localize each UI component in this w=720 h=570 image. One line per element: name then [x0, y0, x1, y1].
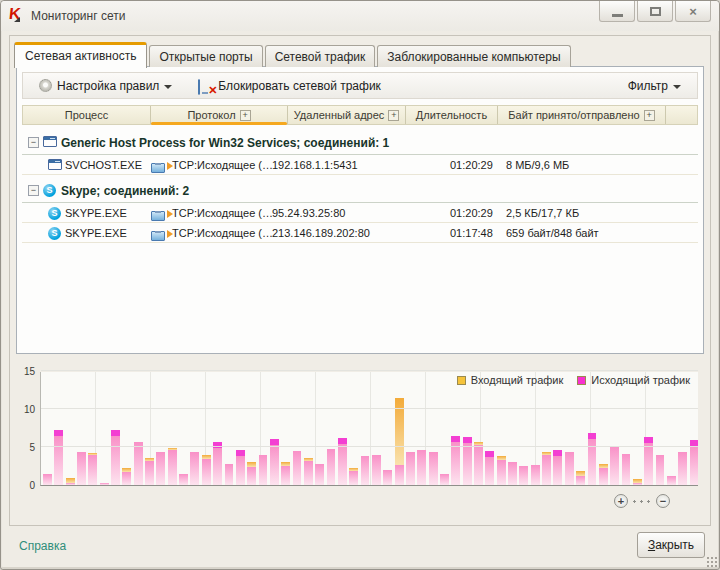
zoom-in-button[interactable]: +	[614, 494, 628, 508]
legend-swatch	[577, 376, 586, 385]
traffic-bar	[247, 462, 256, 485]
traffic-bar	[463, 437, 472, 485]
resize-grip[interactable]	[706, 556, 717, 567]
block-traffic-label: Блокировать сетевой трафик	[218, 79, 381, 93]
cell-bytes: 8 МБ/9,6 МБ	[506, 159, 569, 171]
network-activity-panel: Настройка правил ✕ Блокировать сетевой т…	[16, 66, 704, 354]
traffic-bar	[395, 398, 404, 485]
chart-zoom-controls: + −	[614, 494, 670, 508]
chart-legend: Входящий трафикИсходящий трафик	[457, 374, 690, 386]
cell-duration: 01:20:29	[450, 159, 493, 171]
titlebar[interactable]: K Мониторинг сети ×	[1, 1, 719, 31]
maximize-icon	[650, 7, 661, 16]
traffic-bar	[553, 450, 562, 485]
group-name: Generic Host Process for Win32 Services;…	[61, 136, 389, 150]
legend-label: Исходящий трафик	[591, 374, 690, 386]
traffic-bar	[599, 464, 608, 485]
help-link[interactable]: Справка	[19, 539, 66, 553]
cell-address: 95.24.93.25:80	[272, 207, 345, 219]
tab-4[interactable]: Заблокированные компьютеры	[377, 45, 570, 67]
traffic-chart: Входящий трафикИсходящий трафик + − 0510…	[16, 364, 704, 514]
connections-list: −Generic Host Process for Win32 Services…	[22, 127, 698, 351]
close-button[interactable]: ×	[675, 1, 711, 22]
legend-item: Входящий трафик	[457, 374, 564, 386]
chart-plot-area: Входящий трафикИсходящий трафик	[40, 372, 698, 486]
legend-item: Исходящий трафик	[577, 374, 690, 386]
tab-2[interactable]: Открытые порты	[149, 45, 262, 67]
traffic-bar	[610, 446, 619, 485]
minimize-button[interactable]	[599, 1, 635, 22]
column-header-1[interactable]: Процесс	[23, 106, 151, 124]
column-label: Протокол	[187, 109, 235, 121]
column-header-4[interactable]: Длительность	[406, 106, 498, 124]
collapse-icon[interactable]: −	[28, 185, 39, 196]
maximize-button[interactable]	[637, 1, 673, 22]
chart-bars	[43, 371, 698, 485]
traffic-bar	[259, 455, 268, 485]
column-header-5[interactable]: Байт принято/отправлено+	[498, 106, 666, 124]
y-axis-tick: 10	[16, 404, 35, 415]
traffic-bar	[168, 448, 177, 485]
column-label: Удаленный адрес	[294, 109, 385, 121]
connection-direction-icon	[151, 207, 166, 219]
traffic-bar	[678, 452, 687, 485]
traffic-bar	[497, 456, 506, 485]
traffic-bar	[440, 474, 449, 485]
cell-process: SKYPE.EXE	[65, 207, 127, 219]
column-expand-icon[interactable]: +	[644, 110, 655, 121]
traffic-bar	[406, 452, 415, 485]
traffic-bar	[383, 470, 392, 485]
column-label: Байт принято/отправлено	[508, 109, 639, 121]
group-name: Skype; соединений: 2	[61, 184, 189, 198]
legend-label: Входящий трафик	[471, 374, 564, 386]
table-header: ПроцессПротокол+Удаленный адрес+Длительн…	[22, 105, 698, 125]
traffic-bar	[66, 478, 75, 485]
traffic-bar	[451, 436, 460, 485]
connection-direction-icon	[151, 159, 166, 171]
traffic-bar	[236, 450, 245, 485]
traffic-bar	[633, 479, 642, 485]
traffic-bar	[644, 437, 653, 485]
column-header-2[interactable]: Протокол+	[151, 106, 288, 124]
zoom-slider[interactable]	[631, 500, 653, 503]
content-frame: Сетевая активностьОткрытые портыСетевой …	[9, 35, 711, 526]
block-network-icon: ✕	[198, 80, 213, 92]
traffic-bar	[667, 476, 676, 485]
filter-button[interactable]: Фильтр	[622, 76, 687, 96]
cell-duration: 01:20:29	[450, 207, 493, 219]
close-icon: ×	[689, 5, 697, 18]
traffic-bar	[111, 430, 120, 485]
block-traffic-button[interactable]: ✕ Блокировать сетевой трафик	[192, 76, 387, 96]
close-dialog-button[interactable]: Закрыть	[637, 532, 705, 558]
traffic-bar	[225, 464, 234, 485]
chevron-down-icon	[164, 85, 172, 89]
traffic-bar	[565, 452, 574, 485]
rules-settings-button[interactable]: Настройка правил	[33, 76, 178, 96]
tab-bar: Сетевая активностьОткрытые портыСетевой …	[14, 43, 573, 67]
zoom-out-button[interactable]: −	[656, 494, 670, 508]
table-row[interactable]: SSKYPE.EXETCP:Исходящее (…213.146.189.20…	[22, 223, 698, 243]
column-expand-icon[interactable]: +	[388, 110, 399, 121]
traffic-bar	[542, 452, 551, 485]
column-expand-icon[interactable]: +	[240, 110, 251, 121]
tab-1[interactable]: Сетевая активность	[14, 42, 147, 68]
cell-process: SVCHOST.EXE	[65, 159, 142, 171]
kaspersky-icon: K	[9, 8, 25, 24]
group-row[interactable]: −Generic Host Process for Win32 Services…	[22, 131, 698, 155]
traffic-bar	[202, 455, 211, 485]
column-header-3[interactable]: Удаленный адрес+	[288, 106, 406, 124]
connection-direction-icon	[151, 227, 166, 239]
traffic-bar	[372, 455, 381, 485]
table-row[interactable]: SSKYPE.EXETCP:Исходящее (…95.24.93.25:80…	[22, 203, 698, 223]
dialog-footer: Справка Закрыть	[1, 527, 719, 569]
cell-address: 192.168.1.1:5431	[272, 159, 358, 171]
tab-3[interactable]: Сетевой трафик	[265, 45, 376, 67]
traffic-bar	[293, 451, 302, 485]
traffic-bar	[531, 465, 540, 485]
collapse-icon[interactable]: −	[28, 137, 39, 148]
table-row[interactable]: SVCHOST.EXETCP:Исходящее (…192.168.1.1:5…	[22, 155, 698, 175]
group-row[interactable]: −SSkype; соединений: 2	[22, 179, 698, 203]
close-label-rest: акрыть	[655, 538, 694, 552]
column-label: Процесс	[65, 109, 108, 121]
window-controls: ×	[599, 1, 711, 22]
